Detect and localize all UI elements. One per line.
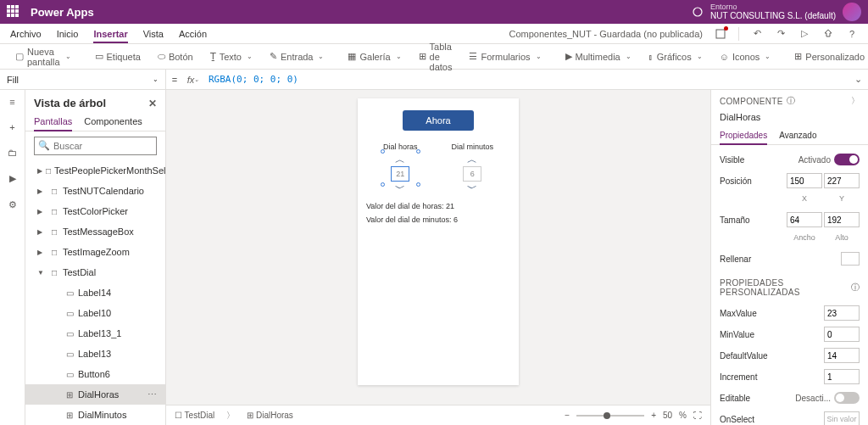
rail-data-icon[interactable]: 🗀 bbox=[8, 148, 17, 158]
tree-close-icon[interactable]: ✕ bbox=[148, 98, 157, 109]
tree-item[interactable]: ▶□TestPeoplePickerMonthSelector bbox=[25, 160, 165, 181]
tree-item[interactable]: ▼□TestDial bbox=[25, 262, 165, 282]
tree-item[interactable]: ▭Label10 bbox=[25, 303, 165, 323]
ribbon-charts[interactable]: ⫾ Gráficos⌄ bbox=[642, 52, 709, 62]
tree-item[interactable]: ⊞DialMinutos bbox=[25, 405, 165, 425]
prop-position-label: Posición bbox=[720, 176, 787, 186]
redo-icon[interactable]: ↷ bbox=[775, 28, 787, 40]
ribbon: ▢ Nueva pantalla⌄ ▭ Etiqueta ⬭ Botón Ṯ T… bbox=[0, 44, 868, 70]
app-checker-icon[interactable] bbox=[715, 28, 726, 40]
ribbon-forms[interactable]: ☰ Formularios⌄ bbox=[462, 51, 548, 62]
search-icon: 🔍 bbox=[38, 140, 50, 151]
app-screen[interactable]: Ahora Dial horas ︿ 21 ﹀ Dial minutos ︿ 6… bbox=[358, 98, 519, 385]
chevron-up-icon[interactable]: ︿ bbox=[395, 154, 405, 165]
value-minutos-text: Valor del dial de minutos: 6 bbox=[366, 215, 510, 224]
tree-panel: Vista de árbol ✕ Pantallas Componentes 🔍… bbox=[25, 90, 166, 425]
tree-tab-screens[interactable]: Pantallas bbox=[34, 113, 72, 131]
position-x-input[interactable] bbox=[787, 173, 822, 188]
menu-archivo[interactable]: Archivo bbox=[10, 29, 42, 39]
custom-prop-input[interactable] bbox=[824, 348, 860, 363]
custom-prop-input[interactable] bbox=[824, 305, 860, 321]
custom-prop-input[interactable] bbox=[824, 369, 860, 384]
avatar[interactable] bbox=[843, 3, 861, 21]
left-rail: ≡ + 🗀 ▶ ⚙ bbox=[0, 90, 25, 425]
ribbon-button[interactable]: ⬭ Botón bbox=[151, 51, 200, 62]
breadcrumb-component[interactable]: ⊞ DialHoras bbox=[247, 411, 293, 420]
ribbon-text[interactable]: Ṯ Texto⌄ bbox=[203, 51, 259, 62]
panel-expand-icon[interactable]: 〉 bbox=[851, 95, 860, 107]
tree-search-input[interactable] bbox=[34, 137, 157, 155]
ahora-button[interactable]: Ahora bbox=[403, 110, 474, 131]
tree-item[interactable]: ▶□TestColorPicker bbox=[25, 201, 165, 221]
ribbon-new-screen[interactable]: ▢ Nueva pantalla⌄ bbox=[8, 47, 78, 67]
property-dropdown[interactable]: Fill⌄ bbox=[0, 70, 166, 89]
chevron-up-icon[interactable]: ︿ bbox=[467, 154, 477, 165]
visible-toggle[interactable] bbox=[834, 154, 860, 165]
fill-swatch[interactable] bbox=[841, 252, 860, 266]
formula-input[interactable]: RGBA(0; 0; 0; 0) bbox=[203, 74, 848, 85]
ribbon-data-table[interactable]: ⊞ Tabla de datos bbox=[412, 42, 459, 72]
size-h-input[interactable] bbox=[824, 212, 860, 227]
tree-item[interactable]: ▭Label14 bbox=[25, 282, 165, 303]
props-tab-properties[interactable]: Propiedades bbox=[720, 127, 767, 145]
play-icon[interactable]: ▷ bbox=[798, 28, 810, 40]
tree-item[interactable]: ▭Button6 bbox=[25, 364, 165, 384]
tree-item[interactable]: ▭Label13 bbox=[25, 344, 165, 364]
formula-expand-icon[interactable]: ⌄ bbox=[848, 74, 868, 85]
tree-item[interactable]: ▶□TestMessageBox bbox=[25, 221, 165, 242]
tree-title: Vista de árbol bbox=[34, 97, 106, 109]
props-tab-advanced[interactable]: Avanzado bbox=[779, 127, 816, 144]
ribbon-custom[interactable]: ⊞ Personalizado⌄ bbox=[787, 51, 868, 62]
breadcrumb-screen[interactable]: ☐ TestDial bbox=[175, 411, 214, 420]
dial-minutos[interactable]: Dial minutos ︿ 6 ﹀ bbox=[451, 143, 493, 193]
onselect-value[interactable]: Sin valor bbox=[824, 411, 860, 425]
zoom-value: 50 bbox=[663, 411, 672, 420]
zoom-in-icon[interactable]: + bbox=[651, 411, 656, 420]
tree-tab-components[interactable]: Componentes bbox=[84, 113, 142, 131]
rail-media-icon[interactable]: ▶ bbox=[9, 173, 16, 184]
info-icon[interactable]: ⓘ bbox=[787, 95, 795, 107]
ribbon-gallery[interactable]: ▦ Galería⌄ bbox=[341, 51, 408, 62]
rail-advanced-icon[interactable]: ⚙ bbox=[8, 199, 17, 210]
menu-inicio[interactable]: Inicio bbox=[57, 29, 79, 39]
zoom-slider[interactable] bbox=[576, 415, 644, 417]
tree-item[interactable]: ⊞DialHoras⋯ bbox=[25, 384, 165, 405]
equals-label: = bbox=[166, 75, 183, 85]
ribbon-icons[interactable]: ☺ Iconos⌄ bbox=[713, 52, 778, 62]
ribbon-label[interactable]: ▭ Etiqueta bbox=[88, 51, 147, 62]
tree-item[interactable]: ▶□TestNUTCalendario bbox=[25, 181, 165, 201]
info-icon[interactable]: ⓘ bbox=[851, 282, 860, 294]
custom-props-section: PROPIEDADES PERSONALIZADAS bbox=[720, 278, 848, 297]
ribbon-media[interactable]: ▶ Multimedia⌄ bbox=[559, 51, 638, 62]
position-y-input[interactable] bbox=[824, 173, 860, 188]
dial-horas[interactable]: Dial horas ︿ 21 ﹀ bbox=[383, 143, 418, 193]
custom-prop-input[interactable] bbox=[824, 327, 860, 342]
environment-picker[interactable]: Entorno NUT CONSULTING S.L. (default) bbox=[710, 3, 836, 21]
chevron-down-icon[interactable]: ﹀ bbox=[467, 183, 477, 193]
menu-vista[interactable]: Vista bbox=[143, 29, 164, 39]
app-title: Power Apps bbox=[31, 6, 94, 19]
chevron-down-icon[interactable]: ﹀ bbox=[395, 183, 405, 193]
rail-tree-icon[interactable]: ≡ bbox=[9, 97, 14, 107]
menu-insertar[interactable]: Insertar bbox=[93, 29, 127, 43]
waffle-icon[interactable] bbox=[7, 5, 20, 19]
canvas-area: Ahora Dial horas ︿ 21 ﹀ Dial minutos ︿ 6… bbox=[166, 90, 710, 425]
fit-icon[interactable]: ⛶ bbox=[693, 411, 702, 420]
svg-point-0 bbox=[693, 8, 702, 16]
formula-bar: Fill⌄ = fx⌄ RGBA(0; 0; 0; 0) ⌄ bbox=[0, 70, 868, 90]
tree-item[interactable]: ▶□TestImageZoom bbox=[25, 242, 165, 262]
size-w-input[interactable] bbox=[787, 212, 822, 227]
undo-icon[interactable]: ↶ bbox=[751, 28, 763, 40]
help-icon[interactable]: ? bbox=[846, 28, 858, 40]
menu-accion[interactable]: Acción bbox=[179, 29, 207, 39]
ribbon-input[interactable]: ✎ Entrada⌄ bbox=[263, 51, 331, 62]
fx-icon[interactable]: fx⌄ bbox=[183, 75, 203, 85]
zoom-out-icon[interactable]: − bbox=[565, 411, 570, 420]
doc-status: Componentes_NUT - Guardada (no publicada… bbox=[509, 29, 703, 39]
properties-panel: COMPONENTE ⓘ 〉 DialHoras Propiedades Ava… bbox=[710, 90, 868, 425]
editable-toggle[interactable] bbox=[834, 392, 860, 404]
share-icon[interactable] bbox=[822, 28, 834, 40]
rail-insert-icon[interactable]: + bbox=[9, 122, 14, 132]
tree-item[interactable]: ▭Label13_1 bbox=[25, 323, 165, 344]
component-section-label: COMPONENTE bbox=[720, 97, 783, 106]
